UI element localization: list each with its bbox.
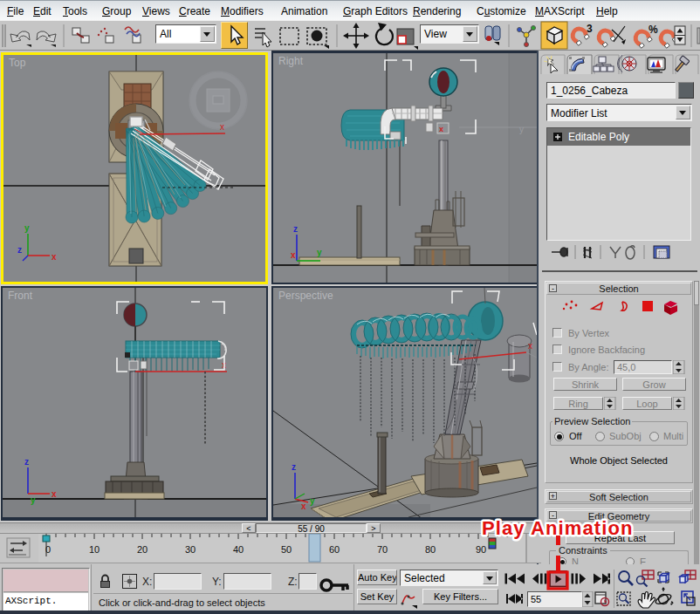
svg-text:x: x	[220, 122, 224, 132]
svg-text:30: 30	[185, 544, 196, 555]
svg-text:x: x	[439, 125, 443, 133]
svg-text:3: 3	[587, 23, 593, 35]
svg-text:x: x	[301, 501, 306, 511]
svg-text:%: %	[649, 24, 658, 36]
svg-text:x: x	[291, 250, 296, 260]
svg-text:70: 70	[377, 544, 388, 555]
svg-text:90: 90	[476, 544, 486, 555]
svg-text:80: 80	[425, 544, 436, 555]
svg-text:40: 40	[233, 544, 244, 555]
svg-text:x: x	[51, 489, 57, 499]
svg-text:Front: Front	[8, 290, 33, 302]
svg-text:Top: Top	[9, 57, 26, 69]
svg-text:60: 60	[329, 544, 340, 555]
svg-text:50: 50	[281, 544, 292, 555]
svg-text:Right: Right	[278, 55, 304, 67]
svg-text:z: z	[292, 462, 296, 472]
svg-text:20: 20	[137, 544, 148, 555]
svg-text:y: y	[519, 125, 524, 134]
svg-text:z: z	[24, 457, 29, 467]
svg-text:z: z	[17, 245, 22, 255]
svg-text:y: y	[24, 223, 30, 233]
svg-text:x: x	[51, 252, 57, 262]
svg-text:y: y	[310, 496, 315, 506]
svg-text:y: y	[31, 495, 36, 505]
svg-text:Perspective: Perspective	[278, 290, 333, 302]
svg-text:z: z	[293, 224, 298, 234]
svg-text:x: x	[528, 341, 532, 351]
svg-text:10: 10	[89, 544, 100, 555]
svg-text:y: y	[317, 248, 322, 257]
